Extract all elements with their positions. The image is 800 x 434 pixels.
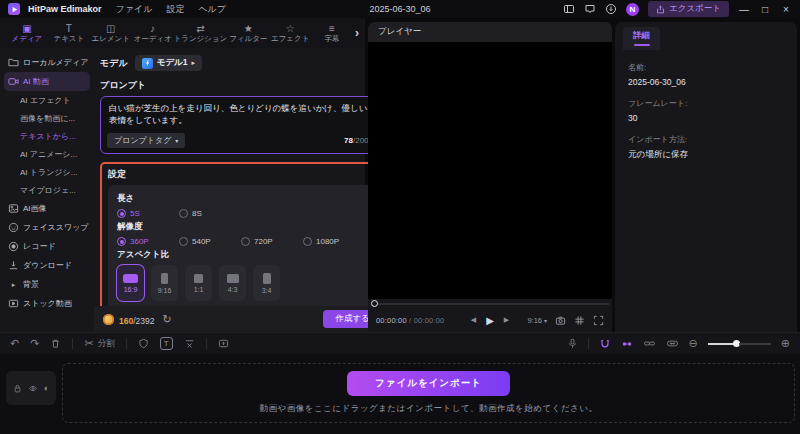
fit-timeline-icon[interactable] [666, 338, 679, 349]
user-avatar[interactable]: N [626, 3, 639, 16]
player-panel: プレイヤー 00:00:00 / 00:00:00 ◀ ▶ ▶ 9:16▾ [368, 22, 612, 332]
sidebar-item-text-to-video[interactable]: テキストから... [4, 127, 90, 145]
sidebar-item-ai-video[interactable]: AI 動画 [4, 72, 90, 91]
tab-subtitles[interactable]: ≡字幕 [311, 23, 353, 44]
seek-bar[interactable] [368, 299, 612, 308]
zoom-out-icon[interactable]: ⊖ [689, 338, 698, 349]
aspect-3-4-button[interactable]: 3:4 [253, 265, 280, 301]
sidebar-item-image-to-video[interactable]: 画像を動画に... [4, 109, 90, 127]
zoom-slider-fill [708, 343, 734, 345]
zoom-slider[interactable] [708, 340, 771, 347]
effects-icon: ☆ [286, 23, 295, 34]
menu-help[interactable]: ヘルプ [198, 3, 226, 16]
grid-icon[interactable] [574, 315, 585, 326]
aspect-4-3-icon [227, 274, 239, 283]
radio-540p[interactable]: 540P [179, 237, 241, 246]
elements-icon: ◫ [106, 23, 115, 34]
tab-filters[interactable]: ★フィルター [227, 23, 269, 44]
feedback-icon[interactable] [584, 3, 596, 15]
snapshot-icon[interactable] [555, 315, 566, 326]
tab-media[interactable]: ▣メディア [6, 23, 48, 44]
sidebar-item-local-media[interactable]: ローカルメディア [4, 53, 90, 72]
redo-icon[interactable]: ↷ [30, 338, 39, 349]
model-select-button[interactable]: モデル1 ▸ [135, 55, 202, 71]
sidebar-item-ai-effects[interactable]: AI エフェクト [4, 91, 90, 109]
delete-icon[interactable] [50, 338, 61, 349]
speed-icon[interactable] [218, 338, 229, 349]
aspect-9-16-button[interactable]: 9:16 [151, 265, 178, 301]
menu-settings[interactable]: 設定 [166, 3, 184, 16]
mask-icon[interactable] [138, 338, 149, 349]
model-row: モデル モデル1 ▸ [100, 55, 382, 71]
tab-text[interactable]: Tテキスト [48, 23, 90, 44]
radio-360p[interactable]: 360P [117, 237, 179, 246]
tab-effects[interactable]: ☆エフェクト [269, 23, 311, 44]
tab-details[interactable]: 詳細 [623, 27, 660, 50]
sidebar-item-background[interactable]: ▸ 背景 [4, 275, 90, 294]
prompt-textarea[interactable]: 白い猫が芝生の上を走り回り、色とりどりの蝶を追いかけ、優しい表情をしています。 … [100, 96, 382, 154]
chevron-down-icon: ▾ [544, 317, 547, 324]
lock-track-icon[interactable] [13, 384, 22, 393]
next-frame-icon[interactable]: ▶ [504, 316, 509, 324]
tabs-overflow-chevron-icon[interactable]: › [353, 26, 361, 40]
radio-icon [303, 237, 312, 246]
tab-elements[interactable]: ◫エレメント [90, 23, 132, 44]
prev-frame-icon[interactable]: ◀ [471, 316, 476, 324]
close-button[interactable]: × [780, 4, 792, 15]
media-icon: ▣ [22, 23, 31, 34]
play-icon[interactable]: ▶ [486, 315, 494, 326]
menu-file[interactable]: ファイル [116, 3, 153, 16]
minimize-button[interactable]: — [738, 4, 750, 15]
split-button[interactable]: ✂ 分割 [84, 338, 114, 350]
stock-video-icon [8, 298, 19, 309]
voiceover-mic-icon[interactable] [567, 338, 578, 349]
download-updates-icon[interactable] [605, 3, 617, 15]
mute-track-icon[interactable]: ◐ [44, 383, 49, 393]
sidebar-item-ai-image[interactable]: AI画像 [4, 199, 90, 218]
track-controls: ◐ [6, 371, 56, 405]
unlink-icon[interactable] [643, 338, 656, 349]
zoom-in-icon[interactable]: ⊕ [781, 338, 790, 349]
remove-subtitle-icon[interactable] [184, 338, 195, 349]
project-title: 2025-06-30_06 [369, 4, 430, 14]
sidebar-item-ai-transition[interactable]: AI トランジシ... [4, 163, 90, 181]
aspect-options: 16:9 9:16 1:1 4:3 3:4 [117, 265, 365, 301]
aspect-1-1-button[interactable]: 1:1 [185, 265, 212, 301]
sidebar-item-my-projects[interactable]: マイプロジェ... [4, 181, 90, 199]
transport-controls: ◀ ▶ ▶ [471, 315, 509, 326]
preview-ratio-dropdown[interactable]: 9:16▾ [527, 316, 547, 325]
seek-track[interactable] [378, 303, 609, 305]
sidebar-item-stock-video[interactable]: ストック動画 [4, 294, 90, 313]
toolbar-right-group: ⊖ ⊕ [567, 338, 790, 350]
export-button[interactable]: エクスポート [648, 1, 729, 17]
layout-panel-icon[interactable] [563, 3, 575, 15]
link-clips-toggle-icon[interactable] [621, 338, 633, 350]
auto-ripple-toggle-icon[interactable] [599, 338, 611, 350]
aspect-4-3-button[interactable]: 4:3 [219, 265, 246, 301]
add-text-icon[interactable]: T [160, 337, 173, 350]
hide-track-icon[interactable] [28, 384, 38, 393]
radio-720p[interactable]: 720P [241, 237, 303, 246]
radio-8s[interactable]: 8S [179, 209, 241, 218]
prompt-tag-dropdown[interactable]: プロンプトタグ ▾ [107, 133, 185, 148]
fullscreen-icon[interactable] [593, 315, 604, 326]
radio-1080p[interactable]: 1080P [303, 237, 365, 246]
maximize-button[interactable]: □ [759, 4, 771, 15]
undo-icon[interactable]: ↶ [10, 338, 19, 349]
sidebar-item-ai-animation[interactable]: AI アニメーシ... [4, 145, 90, 163]
video-preview[interactable] [368, 42, 612, 299]
chevron-right-icon: ▸ [8, 279, 19, 290]
aspect-16-9-button[interactable]: 16:9 [117, 265, 144, 301]
refresh-credits-icon[interactable]: ↻ [162, 313, 171, 326]
sidebar-item-download[interactable]: ダウンロード [4, 256, 90, 275]
import-file-button[interactable]: ファイルをインポート [347, 371, 510, 396]
tab-audio[interactable]: ♪オーディオ [132, 23, 174, 44]
sidebar-item-face-swap[interactable]: フェイススワップ [4, 218, 90, 237]
player-controls: 00:00:00 / 00:00:00 ◀ ▶ ▶ 9:16▾ [368, 308, 612, 332]
tab-transitions[interactable]: ⇄トランジション [174, 23, 228, 44]
sidebar-item-record[interactable]: レコード [4, 237, 90, 256]
ai-image-icon [8, 203, 19, 214]
seek-handle[interactable] [371, 300, 378, 307]
radio-5s[interactable]: 5S [117, 209, 179, 218]
media-drop-zone[interactable]: ファイルをインポート 動画や画像をここにドラッグまたはインポートして、動画作成を… [62, 363, 795, 423]
